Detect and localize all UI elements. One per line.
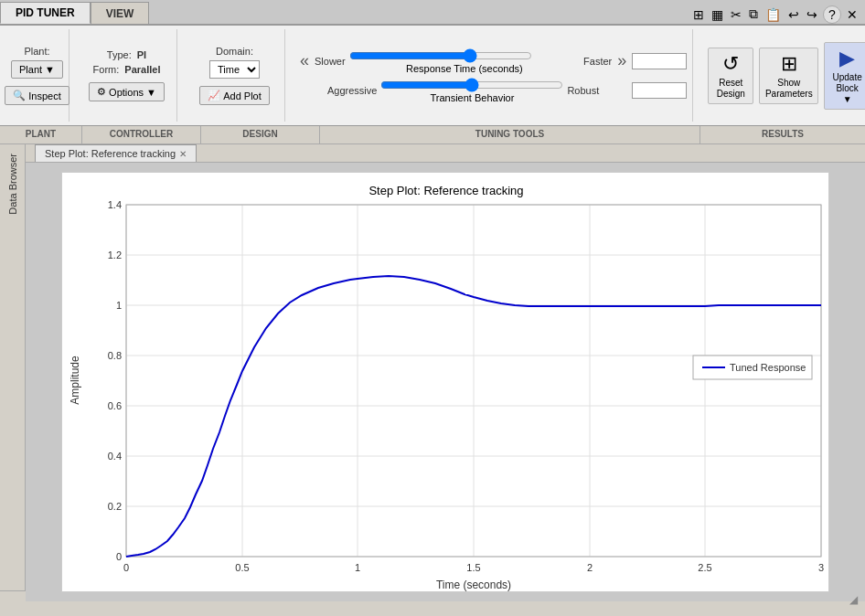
robust-label: Robust: [567, 85, 599, 96]
y-axis-title: Amplitude: [69, 356, 81, 405]
close-tab-icon[interactable]: ✕: [179, 149, 187, 159]
show-parameters-label: ShowParameters: [765, 78, 813, 100]
step-plot-svg: Step Plot: Reference tracking: [61, 172, 829, 592]
response-time-slider-wrapper: Response Time (seconds): [349, 48, 580, 74]
domain-label: Domain:: [216, 46, 253, 57]
reset-icon: ↺: [722, 52, 739, 76]
form-label: Form:: [93, 64, 120, 75]
type-label: Type:: [107, 49, 132, 60]
section-tuning-tools: TUNING TOOLS: [320, 126, 700, 143]
table-icon: ⊞: [781, 52, 797, 76]
redo-icon-btn[interactable]: ↪: [805, 5, 819, 24]
svg-text:3: 3: [818, 562, 824, 573]
legend-label: Tuned Response: [730, 362, 806, 373]
transient-slider[interactable]: [380, 78, 563, 92]
plant-dropdown[interactable]: Plant ▼: [11, 60, 63, 79]
plant-label: Plant:: [24, 46, 49, 57]
controller-section: Type: PI Form: Parallel ⚙ Options ▼: [77, 29, 177, 122]
tuning-section: « Slower Response Time (seconds) Faster …: [293, 29, 693, 122]
svg-text:0.8: 0.8: [108, 350, 122, 361]
svg-text:0: 0: [123, 562, 129, 573]
x-axis-labels: 0 0.5 1 1.5 2 2.5 3: [123, 562, 824, 573]
response-time-slider[interactable]: [349, 48, 532, 63]
domain-select[interactable]: Time: [209, 60, 260, 79]
reset-design-button[interactable]: ↺ ResetDesign: [708, 48, 753, 104]
section-controller: CONTROLLER: [82, 126, 201, 143]
plant-section: Plant: Plant ▼ 🔍 Inspect: [5, 29, 69, 122]
svg-text:0.4: 0.4: [108, 451, 122, 462]
options-button[interactable]: ⚙ Options ▼: [89, 82, 165, 101]
copy-icon-btn[interactable]: ⧉: [747, 5, 760, 24]
tab-bar: PID TUNER VIEW ⊞ ▦ ✂ ⧉ 📋 ↩ ↪ ? ✕: [0, 0, 865, 26]
svg-text:2.5: 2.5: [698, 562, 711, 573]
close-icon-btn[interactable]: ✕: [845, 5, 860, 24]
next-arrow-btn[interactable]: »: [615, 49, 628, 72]
tab-pid-tuner[interactable]: PID TUNER: [0, 2, 91, 24]
response-time-label: Response Time (seconds): [349, 63, 580, 74]
prev-arrow-btn[interactable]: «: [298, 49, 311, 72]
y-axis-labels: 0 0.2 0.4 0.6 0.8 1 1.2 1.4: [108, 199, 122, 562]
svg-text:1.5: 1.5: [466, 562, 480, 573]
grid-lines: [126, 205, 821, 557]
main-area: Data Browser Step Plot: Reference tracki…: [0, 144, 865, 590]
update-block-button[interactable]: ▶ UpdateBlock ▼: [824, 42, 865, 110]
plot-tab-strip: Step Plot: Reference tracking ✕: [26, 144, 865, 163]
plot-tab-reference-tracking[interactable]: Step Plot: Reference tracking ✕: [35, 144, 197, 162]
results-section: ↺ ResetDesign ⊞ ShowParameters ▶ UpdateB…: [700, 29, 865, 122]
add-plot-button[interactable]: 📈 Add Plot: [199, 86, 270, 105]
svg-text:1: 1: [116, 300, 122, 311]
plot-area: Step Plot: Reference tracking ✕ Step Plo…: [26, 144, 865, 590]
svg-text:1.2: 1.2: [108, 250, 122, 260]
undo-icon-btn[interactable]: ↩: [786, 5, 801, 24]
svg-text:0.5: 0.5: [235, 562, 249, 573]
corner-icon: ◢: [849, 593, 858, 606]
form-value: Parallel: [124, 64, 160, 75]
transient-slider-wrapper: Transient Behavior: [380, 78, 563, 103]
svg-text:2: 2: [587, 562, 593, 573]
tab-view[interactable]: VIEW: [91, 2, 150, 24]
svg-text:0.6: 0.6: [108, 400, 122, 411]
help-icon-btn[interactable]: ?: [823, 5, 841, 24]
svg-text:1.4: 1.4: [108, 199, 122, 210]
response-time-input[interactable]: 0.678: [632, 53, 687, 69]
section-design: DESIGN: [201, 126, 320, 143]
toolbar: Plant: Plant ▼ 🔍 Inspect Type: PI Form: …: [0, 26, 865, 126]
cut-icon-btn[interactable]: ✂: [729, 5, 743, 24]
slower-label: Slower: [315, 56, 346, 67]
aggressive-label: Aggressive: [327, 85, 377, 96]
gear-icon: ⚙: [97, 86, 106, 98]
x-axis-title: Time (seconds): [436, 579, 511, 591]
chevron-down-icon: ▼: [45, 64, 55, 75]
svg-text:0: 0: [116, 551, 122, 562]
reset-design-label: ResetDesign: [717, 78, 745, 100]
plot-tab-label: Step Plot: Reference tracking: [45, 148, 176, 159]
transient-label: Transient Behavior: [380, 92, 563, 103]
chart-title: Step Plot: Reference tracking: [368, 184, 523, 197]
add-plot-icon: 📈: [208, 90, 220, 101]
layout-icon-btn[interactable]: ▦: [710, 5, 725, 24]
data-browser-label[interactable]: Data Browser: [7, 154, 18, 215]
inspect-button[interactable]: 🔍 Inspect: [5, 86, 69, 105]
options-chevron-icon: ▼: [146, 87, 156, 98]
section-plant: PLANT: [0, 126, 82, 143]
section-results: RESULTS: [700, 126, 865, 143]
update-block-label: UpdateBlock ▼: [830, 72, 864, 105]
design-section: Domain: Time 📈 Add Plot: [185, 29, 285, 122]
chart-container: Step Plot: Reference tracking: [26, 163, 865, 601]
show-parameters-button[interactable]: ⊞ ShowParameters: [759, 48, 818, 104]
svg-text:0.2: 0.2: [108, 501, 122, 512]
play-icon: ▶: [839, 47, 855, 70]
inspect-icon: 🔍: [13, 90, 26, 101]
section-labels-bar: PLANT CONTROLLER DESIGN TUNING TOOLS RES…: [0, 126, 865, 144]
side-panel: Data Browser: [0, 144, 26, 590]
faster-label: Faster: [583, 56, 612, 67]
transient-input[interactable]: 0.6: [632, 82, 687, 99]
paste-icon-btn[interactable]: 📋: [764, 5, 783, 24]
svg-text:1: 1: [355, 562, 360, 573]
grid-icon-btn[interactable]: ⊞: [691, 5, 706, 24]
type-value: PI: [137, 49, 146, 60]
